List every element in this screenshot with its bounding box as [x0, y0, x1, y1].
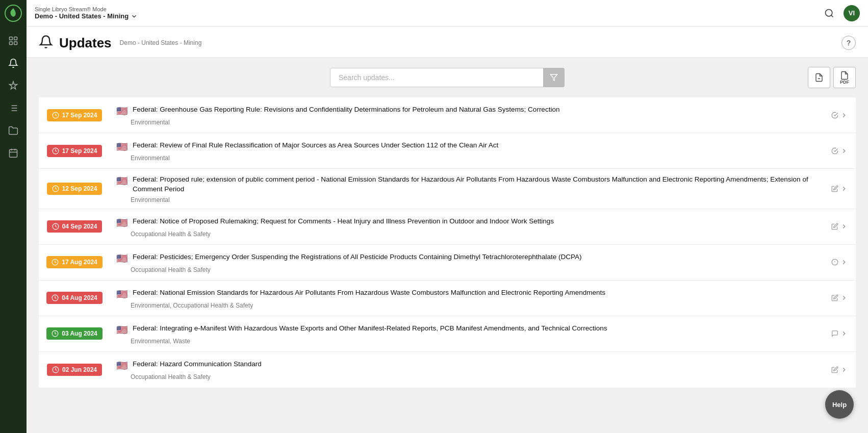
chevron-right-icon: [840, 258, 848, 267]
update-action[interactable]: [831, 97, 856, 133]
filter-icon: [550, 73, 558, 82]
topbar-actions: VI: [821, 5, 860, 21]
date-badge: 17 Sep 2024: [47, 109, 103, 121]
sidebar-item-pinned[interactable]: [3, 75, 23, 96]
topbar: Single Libryo Stream® Mode Demo - United…: [27, 0, 868, 27]
update-item[interactable]: 17 Sep 2024 🇺🇸 Federal: Review of Final …: [39, 133, 856, 169]
clock-icon: [52, 294, 59, 301]
svg-rect-2: [14, 37, 17, 40]
sidebar-item-documents[interactable]: [3, 120, 23, 141]
svg-line-16: [831, 15, 833, 17]
clock-icon: [52, 366, 59, 373]
search-bar-row: PDF: [39, 68, 856, 87]
page-header: Updates Demo - United States - Mining ?: [27, 27, 868, 58]
country-flag: 🇺🇸: [116, 141, 127, 152]
update-date-col: 04 Sep 2024: [39, 209, 110, 244]
topbar-context-label: Demo - United States - Mining: [35, 12, 129, 20]
topbar-title-group: Single Libryo Stream® Mode Demo - United…: [35, 6, 815, 20]
export-pdf-button[interactable]: PDF: [833, 67, 856, 88]
update-title: Federal: Review of Final Rule Reclassifi…: [133, 141, 498, 150]
update-category: Occupational Health & Safety: [116, 373, 827, 380]
chat-icon: [831, 329, 838, 338]
update-item[interactable]: 04 Sep 2024 🇺🇸 Federal: Notice of Propos…: [39, 209, 856, 245]
update-date-col: 17 Aug 2024: [39, 245, 110, 280]
chevron-right-icon: [840, 111, 848, 120]
update-item[interactable]: 17 Sep 2024 🇺🇸 Federal: Greenhouse Gas R…: [39, 97, 856, 133]
update-title: Federal: Integrating e-Manifest With Haz…: [133, 324, 607, 334]
svg-marker-17: [550, 74, 557, 81]
update-action[interactable]: [831, 133, 856, 168]
clock-icon: [52, 223, 59, 230]
update-content: 🇺🇸 Federal: Notice of Proposed Rulemakin…: [110, 209, 831, 244]
svg-rect-11: [10, 149, 17, 157]
clock-icon: [52, 185, 59, 192]
search-input-wrapper: [330, 68, 565, 87]
date-text: 02 Jun 2024: [62, 366, 97, 373]
search-input[interactable]: [330, 68, 565, 87]
export-xlsx-button[interactable]: [808, 67, 830, 88]
app-logo[interactable]: [4, 4, 22, 22]
date-text: 04 Sep 2024: [62, 223, 97, 230]
update-content: 🇺🇸 Federal: Pesticides; Emergency Order …: [110, 245, 831, 280]
update-item[interactable]: 04 Aug 2024 🇺🇸 Federal: National Emissio…: [39, 281, 856, 316]
country-flag: 🇺🇸: [116, 175, 127, 187]
update-content: 🇺🇸 Federal: Hazard Communication Standar…: [110, 352, 831, 388]
update-content: 🇺🇸 Federal: National Emission Standards …: [110, 281, 831, 316]
update-action[interactable]: [831, 245, 856, 280]
update-title: Federal: Greenhouse Gas Reporting Rule: …: [133, 105, 559, 115]
date-text: 12 Sep 2024: [62, 185, 97, 192]
chevron-right-icon: [840, 222, 848, 231]
update-category: Environmental: [116, 155, 827, 162]
update-title: Federal: Notice of Proposed Rulemaking; …: [133, 217, 554, 226]
chevron-right-icon: [840, 329, 848, 338]
topbar-context[interactable]: Demo - United States - Mining: [35, 12, 815, 20]
update-title-row: 🇺🇸 Federal: Hazard Communication Standar…: [116, 360, 827, 371]
filter-button[interactable]: [543, 68, 565, 87]
chevron-right-icon: [840, 146, 848, 156]
update-action[interactable]: [831, 316, 856, 351]
update-date-col: 12 Sep 2024: [39, 169, 110, 209]
sidebar-item-calendar[interactable]: [3, 143, 23, 163]
export-buttons: PDF: [808, 67, 856, 88]
sidebar-item-register[interactable]: [3, 98, 23, 118]
update-title-row: 🇺🇸 Federal: Proposed rule; extension of …: [116, 175, 827, 194]
update-action[interactable]: [831, 209, 856, 244]
topbar-search-button[interactable]: [821, 5, 837, 21]
clock-icon: [52, 259, 59, 266]
help-bubble[interactable]: Help: [825, 390, 854, 419]
update-item[interactable]: 17 Aug 2024 🇺🇸 Federal: Pesticides; Emer…: [39, 245, 856, 281]
edit-icon: [831, 365, 838, 374]
update-category: Environmental: [116, 196, 827, 203]
update-title-row: 🇺🇸 Federal: Review of Final Rule Reclass…: [116, 141, 827, 152]
help-icon-button[interactable]: ?: [841, 36, 856, 50]
date-text: 17 Aug 2024: [62, 259, 97, 266]
update-category: Environmental, Waste: [116, 338, 827, 345]
update-action[interactable]: [831, 169, 856, 209]
update-content: 🇺🇸 Federal: Integrating e-Manifest With …: [110, 316, 831, 351]
update-title-row: 🇺🇸 Federal: Notice of Proposed Rulemakin…: [116, 217, 827, 228]
country-flag: 🇺🇸: [116, 324, 127, 336]
country-flag: 🇺🇸: [116, 360, 127, 371]
update-category: Environmental: [116, 119, 827, 126]
sidebar: [0, 0, 27, 433]
update-content: 🇺🇸 Federal: Greenhouse Gas Reporting Rul…: [110, 97, 831, 133]
search-icon: [824, 8, 834, 18]
update-item[interactable]: 03 Aug 2024 🇺🇸 Federal: Integrating e-Ma…: [39, 316, 856, 352]
chevron-right-icon: [840, 365, 848, 374]
update-date-col: 02 Jun 2024: [39, 352, 110, 388]
page-title: Updates: [59, 35, 112, 51]
user-avatar[interactable]: VI: [844, 5, 860, 21]
update-action[interactable]: [831, 281, 856, 316]
update-item[interactable]: 12 Sep 2024 🇺🇸 Federal: Proposed rule; e…: [39, 169, 856, 209]
chevron-down-icon: [131, 13, 138, 20]
sidebar-item-dashboard[interactable]: [3, 31, 23, 51]
update-title: Federal: Hazard Communication Standard: [133, 360, 262, 369]
info-icon: [831, 258, 838, 267]
sidebar-item-updates[interactable]: [3, 53, 23, 73]
date-badge: 17 Aug 2024: [46, 256, 103, 268]
clock-icon: [52, 112, 59, 119]
svg-point-15: [826, 9, 832, 16]
update-item[interactable]: 02 Jun 2024 🇺🇸 Federal: Hazard Communica…: [39, 352, 856, 388]
update-action[interactable]: [831, 352, 856, 388]
update-title: Federal: National Emission Standards for…: [133, 288, 605, 298]
